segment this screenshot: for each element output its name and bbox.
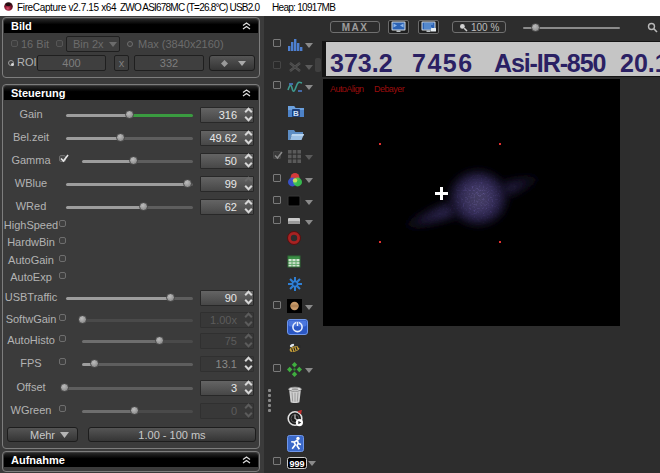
svg-text:999: 999 bbox=[289, 459, 304, 469]
svg-text:B: B bbox=[293, 109, 299, 118]
